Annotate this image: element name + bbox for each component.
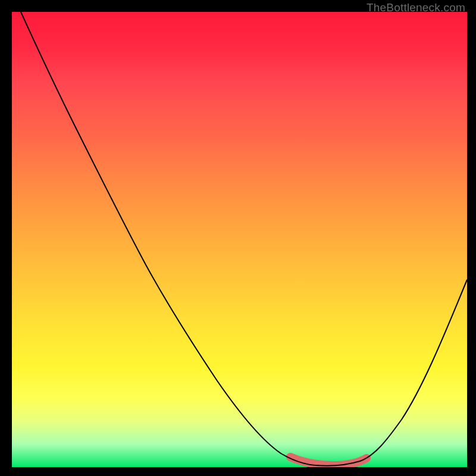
bottleneck-curve-line: [21, 12, 467, 466]
bottleneck-chart: [12, 12, 467, 467]
optimal-range-segment: [290, 457, 367, 465]
watermark-text: TheBottleneck.com: [367, 1, 465, 14]
